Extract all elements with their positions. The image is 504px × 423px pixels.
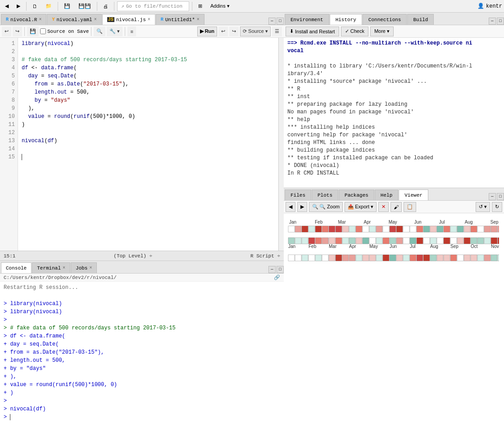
top-toolbar: ◀ ▶ 🗋 📁 💾 💾💾 🖨 ↗ Go to file/function ⊞ A…	[0, 0, 504, 13]
tab-untitled[interactable]: R Untitled1* ×	[156, 14, 204, 25]
export-btn[interactable]: 📤 Export ▾	[345, 202, 377, 212]
install-restart-btn[interactable]: ⬇ Install and Restart	[286, 27, 339, 36]
brush-btn[interactable]: 🖌	[390, 202, 402, 212]
line-numbers: 1 2 3 4 5 6 7 8 9 10 11 12 13 14	[0, 38, 18, 251]
maximize-editor-btn[interactable]: □	[277, 18, 284, 25]
cursor-position: 15:1	[4, 253, 15, 259]
install-line-15: In R CMD INSTALL	[287, 170, 500, 177]
install-cmd-cont: vocal	[287, 47, 500, 55]
forward-btn[interactable]: ▶	[14, 1, 23, 11]
right-top-panel: Environment History Connections Build ─ …	[284, 13, 504, 188]
close-tab-btn[interactable]: ×	[39, 17, 41, 22]
redo-btn[interactable]: ↪	[13, 27, 22, 36]
undo-btn[interactable]: ↩	[2, 27, 11, 36]
print-btn[interactable]: 🖨	[100, 1, 111, 11]
save-all-btn[interactable]: 💾💾	[75, 1, 94, 11]
tab-terminal[interactable]: Terminal ×	[32, 262, 70, 273]
go-to-file-input[interactable]: ↗ Go to file/function	[117, 1, 189, 11]
tab-files[interactable]: Files	[285, 189, 311, 200]
tab-nivocal-yaml[interactable]: Y nivocal.yaml ×	[47, 14, 101, 25]
source-btn[interactable]: ⟳ Source ▾	[240, 27, 271, 36]
nav-fwd-btn[interactable]: ↪	[229, 27, 239, 36]
line-num-10: 10	[0, 112, 15, 121]
back-viewer-btn[interactable]: ◀	[286, 202, 295, 212]
tab-connections[interactable]: Connections	[363, 14, 407, 25]
reload-btn[interactable]: ↻	[492, 202, 502, 212]
copy-path-icon[interactable]: 🔗	[274, 274, 280, 280]
console-path-bar: C:/Users/kentr/Dropbox/dev2/r/nivocal/ 🔗	[0, 274, 284, 282]
tab-history[interactable]: History	[330, 14, 362, 25]
minimize-viewer-btn[interactable]: ─	[489, 193, 496, 200]
editor-tab-bar: R nivocal.R × Y nivocal.yaml × JS nivoca…	[0, 13, 284, 25]
layout-btn[interactable]: ⊞	[195, 1, 205, 11]
code-content[interactable]: library(nivocal) # fake data of 500 reco…	[18, 38, 284, 251]
r-icon: R	[6, 17, 9, 22]
more-btn[interactable]: More ▾	[370, 27, 394, 36]
options-btn[interactable]: ☰	[272, 27, 282, 36]
tab-build[interactable]: Build	[407, 14, 434, 25]
addins-btn[interactable]: Addins ▾	[207, 1, 233, 11]
console-line-9: + by = "days"	[4, 364, 280, 373]
scope-indicator[interactable]: (Top Level) ÷	[114, 253, 152, 259]
save-btn[interactable]: 💾	[61, 1, 73, 11]
separator-3	[97, 2, 97, 11]
separator-5	[192, 2, 192, 11]
tab-console[interactable]: Console	[1, 262, 32, 273]
export-icon: 📤	[348, 204, 354, 210]
file-type-indicator[interactable]: R Script ÷	[250, 253, 280, 259]
check-btn[interactable]: ✓ Check	[341, 27, 368, 36]
install-line-2: ibrary/3.4'	[287, 70, 500, 78]
console-line-12: + )	[4, 389, 280, 397]
install-line-7: No man pages found in package 'nivocal'	[287, 108, 500, 116]
console-line-6: + day = seq.Date(	[4, 340, 280, 348]
maximize-console-btn[interactable]: □	[277, 266, 284, 273]
open-file-btn[interactable]: 📁	[42, 1, 55, 11]
tab-label: Untitled1*	[165, 17, 195, 22]
clear-icon: ✕	[381, 204, 386, 210]
close-tab-btn[interactable]: ×	[94, 17, 97, 22]
zoom-btn[interactable]: 🔍 🔍 Zoom	[309, 202, 343, 212]
clear-viewer-btn[interactable]: ✕	[378, 202, 389, 212]
console-output-area[interactable]: Restarting R session... > library(nivoca…	[0, 282, 284, 423]
forward-viewer-btn[interactable]: ▶	[297, 202, 307, 212]
tab-environment[interactable]: Environment	[285, 14, 329, 25]
sep	[91, 27, 91, 36]
user-icon: 👤	[477, 3, 484, 9]
lines-btn[interactable]: ≡	[127, 27, 136, 36]
refresh-btn[interactable]: ↺ ▾	[476, 202, 490, 212]
nav-back-btn[interactable]: ↩	[218, 27, 228, 36]
save-editor-btn[interactable]: 💾	[27, 27, 39, 36]
minimize-right-top-btn[interactable]: ─	[489, 18, 496, 25]
minimize-console-btn[interactable]: ─	[268, 266, 276, 273]
source-on-save-label[interactable]: Source on Save	[40, 28, 89, 34]
close-jobs-btn[interactable]: ×	[89, 266, 92, 270]
code-editor[interactable]: 1 2 3 4 5 6 7 8 9 10 11 12 13 14	[0, 38, 284, 251]
back-btn[interactable]: ◀	[2, 1, 12, 11]
close-tab-btn[interactable]: ×	[197, 17, 200, 22]
tab-help[interactable]: Help	[375, 189, 398, 200]
install-line-13: ** testing if installed package can be l…	[287, 154, 500, 162]
tools-btn[interactable]: 🔧 ▾	[107, 27, 123, 36]
close-terminal-btn[interactable]: ×	[63, 266, 65, 270]
tab-packages[interactable]: Packages	[339, 189, 374, 200]
maximize-viewer-btn[interactable]: □	[497, 193, 504, 200]
minimize-editor-btn[interactable]: ─	[268, 18, 276, 25]
run-btn[interactable]: ▶ Run	[197, 27, 217, 36]
right-panel: Environment History Connections Build ─ …	[284, 13, 504, 423]
scrollbar-v[interactable]	[278, 38, 284, 251]
copy-viewer-btn[interactable]: 📋	[404, 202, 416, 212]
tab-nivocal-r[interactable]: R nivocal.R ×	[1, 14, 46, 25]
new-file-btn[interactable]: 🗋	[29, 1, 41, 11]
search-btn[interactable]: 🔍	[94, 27, 105, 36]
tab-plots[interactable]: Plots	[312, 189, 338, 200]
go-to-file-icon: ↗	[121, 3, 124, 9]
tab-viewer[interactable]: Viewer	[399, 189, 428, 200]
check-label: ✓ Check	[345, 28, 364, 34]
close-tab-btn[interactable]: ×	[148, 17, 150, 22]
console-line-8: + length.out = 500,	[4, 356, 280, 364]
viewer-tab-label: Viewer	[404, 193, 422, 198]
maximize-right-top-btn[interactable]: □	[497, 18, 504, 25]
source-on-save-checkbox[interactable]	[40, 28, 46, 34]
tab-nivocal-js[interactable]: JS nivocal.js ×	[102, 14, 155, 25]
tab-jobs[interactable]: Jobs ×	[71, 262, 97, 273]
